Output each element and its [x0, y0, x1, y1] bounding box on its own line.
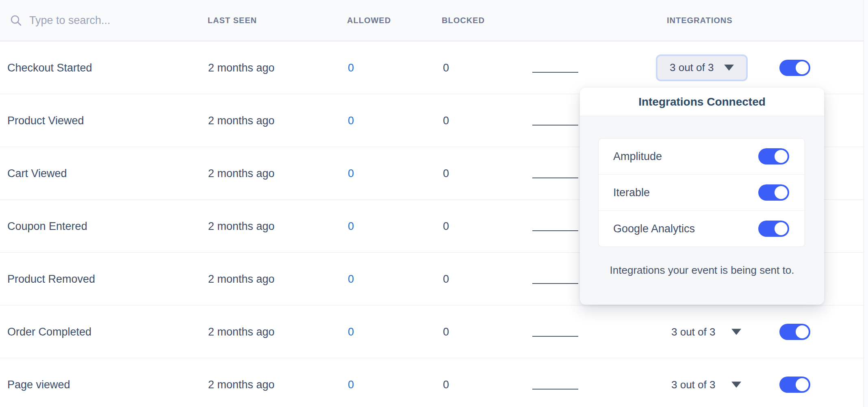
allowed-count-link[interactable]: 0 [348, 325, 354, 338]
last-seen-value: 2 months ago [208, 114, 275, 127]
column-header-blocked: BLOCKED [442, 0, 485, 41]
last-seen-value: 2 months ago [208, 220, 275, 232]
integration-row: Amplitude [599, 139, 805, 175]
empty-placeholder-dash [532, 72, 578, 73]
allowed-count-link[interactable]: 0 [348, 273, 354, 285]
blocked-count: 0 [443, 325, 449, 338]
blocked-count: 0 [443, 220, 449, 232]
table-row: Checkout Started 2 months ago 0 0 3 out … [0, 41, 868, 94]
integration-enabled-toggle[interactable] [758, 184, 789, 201]
integrations-dropdown[interactable]: 3 out of 3 [671, 378, 741, 391]
toggle-knob [775, 186, 788, 199]
empty-placeholder-dash [532, 283, 578, 284]
toggle-knob [796, 325, 809, 338]
column-header-last-seen: LAST SEEN [208, 0, 257, 41]
popover-footer-text: Integrations your event is being sent to… [580, 264, 824, 277]
empty-placeholder-dash [532, 125, 578, 126]
integrations-dropdown-value: 3 out of 3 [671, 325, 715, 338]
integrations-dropdown[interactable]: 3 out of 3 [671, 325, 741, 338]
allowed-count-link[interactable]: 0 [348, 114, 354, 127]
allowed-count-link[interactable]: 0 [348, 220, 354, 232]
allowed-count-link[interactable]: 0 [348, 167, 354, 180]
event-name: Cart Viewed [7, 167, 67, 180]
toggle-knob [796, 378, 809, 391]
allowed-count-link[interactable]: 0 [348, 378, 354, 391]
integrations-dropdown-value: 3 out of 3 [670, 61, 714, 74]
blocked-count: 0 [443, 61, 449, 74]
integrations-dropdown-value: 3 out of 3 [671, 378, 715, 391]
event-name: Product Removed [7, 273, 95, 285]
integrations-popover: Integrations Connected Amplitude Iterabl… [580, 88, 824, 305]
event-name: Page viewed [7, 378, 70, 391]
event-enabled-toggle[interactable] [779, 60, 810, 76]
chevron-down-icon [731, 381, 741, 388]
chevron-down-icon [731, 329, 741, 335]
empty-placeholder-dash [532, 336, 578, 337]
last-seen-value: 2 months ago [208, 273, 275, 285]
last-seen-value: 2 months ago [208, 325, 275, 338]
integration-row: Google Analytics [599, 211, 805, 247]
table-row: Order Completed 2 months ago 0 0 3 out o… [0, 305, 868, 358]
chevron-down-icon [724, 65, 734, 71]
integration-enabled-toggle[interactable] [758, 148, 789, 165]
table-row: Page viewed 2 months ago 0 0 3 out of 3 … [0, 358, 868, 407]
search-icon [10, 14, 22, 26]
toggle-knob [775, 150, 788, 163]
last-seen-value: 2 months ago [208, 61, 275, 74]
event-enabled-toggle[interactable] [779, 377, 810, 393]
event-name: Product Viewed [7, 114, 84, 127]
toggle-knob [775, 222, 788, 235]
empty-placeholder-dash [532, 389, 578, 390]
blocked-count: 0 [443, 273, 449, 285]
last-seen-value: 2 months ago [208, 167, 275, 180]
integration-enabled-toggle[interactable] [758, 221, 789, 237]
blocked-count: 0 [443, 378, 449, 391]
search-input[interactable] [28, 14, 176, 27]
event-enabled-toggle[interactable] [779, 324, 810, 340]
last-seen-value: 2 months ago [208, 378, 275, 391]
integration-name: Amplitude [613, 150, 662, 163]
integrations-list: Amplitude Iterable Google Analytics [598, 138, 805, 247]
integration-name: Iterable [613, 186, 650, 199]
popover-title: Integrations Connected [638, 95, 766, 108]
toggle-knob [796, 61, 809, 74]
events-table-screen: LAST SEEN ALLOWED BLOCKED INTEGRATIONS C… [0, 0, 868, 407]
empty-placeholder-dash [532, 178, 578, 178]
search-field[interactable] [10, 0, 176, 41]
allowed-count-link[interactable]: 0 [348, 61, 354, 74]
blocked-count: 0 [443, 167, 449, 180]
blocked-count: 0 [443, 114, 449, 127]
event-name: Order Completed [7, 325, 91, 338]
table-right-edge [864, 0, 868, 407]
integrations-dropdown[interactable]: 3 out of 3 [656, 54, 748, 81]
integration-name: Google Analytics [613, 223, 695, 235]
table-header: LAST SEEN ALLOWED BLOCKED INTEGRATIONS [0, 0, 868, 41]
integration-row: Iterable [599, 175, 805, 211]
column-header-integrations: INTEGRATIONS [667, 0, 733, 41]
event-name: Coupon Entered [7, 220, 87, 232]
event-name: Checkout Started [7, 61, 92, 74]
empty-placeholder-dash [532, 230, 578, 231]
column-header-allowed: ALLOWED [347, 0, 391, 41]
popover-header: Integrations Connected [580, 88, 824, 116]
